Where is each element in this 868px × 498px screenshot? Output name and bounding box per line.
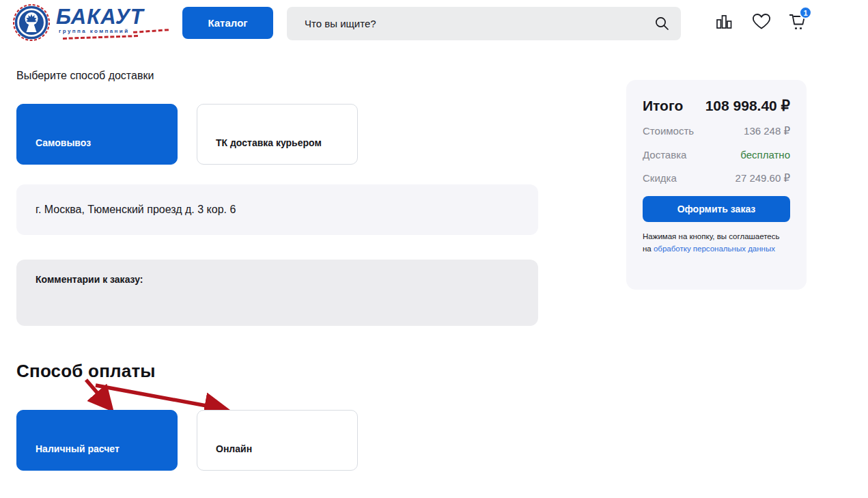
order-comments-label: Комментарии к заказу:: [36, 274, 143, 285]
favorites-heart-icon[interactable]: [751, 12, 772, 35]
checkout-page: БАКАУТ группа компаний Каталог: [0, 0, 868, 498]
summary-row-value-free: бесплатно: [740, 149, 790, 161]
logo-dash-decor: [133, 29, 169, 33]
summary-row-discount: Скидка 27 249.60 ₽: [643, 172, 790, 184]
disclaimer-line1: Нажимая на кнопку, вы соглашаетесь: [643, 232, 779, 240]
logo-icon: [12, 3, 51, 44]
delivery-address-text: г. Москва, Тюменский проезд д. 3 кор. 6: [36, 204, 236, 216]
total-value: 108 998.40 ₽: [705, 98, 790, 114]
summary-row-label: Доставка: [643, 149, 686, 161]
search-input[interactable]: [287, 7, 681, 40]
delivery-address-field[interactable]: г. Москва, Тюменский проезд д. 3 кор. 6: [16, 184, 538, 235]
disclaimer-line2-prefix: на: [643, 245, 654, 253]
logo-title: БАКАУТ: [56, 7, 169, 27]
total-label: Итого: [643, 98, 683, 114]
summary-row-delivery: Доставка бесплатно: [643, 149, 790, 161]
cart-icon[interactable]: 1: [787, 11, 807, 34]
summary-row-cost: Стоимость 136 248 ₽: [643, 125, 790, 137]
search-bar: [287, 7, 681, 40]
summary-row-label: Скидка: [643, 172, 677, 184]
logo[interactable]: БАКАУТ группа компаний: [12, 3, 169, 44]
order-comments-field[interactable]: Комментарии к заказу:: [16, 260, 538, 326]
logo-dash-decor: [63, 35, 138, 40]
delivery-section-title: Выберите способ доставки: [16, 70, 154, 82]
order-summary-card: Итого 108 998.40 ₽ Стоимость 136 248 ₽ Д…: [626, 80, 807, 290]
payment-option-online[interactable]: Онлайн: [197, 410, 358, 471]
summary-row-value: 27 249.60 ₽: [736, 172, 790, 184]
logo-subtitle: группа компаний: [59, 28, 129, 34]
logo-text: БАКАУТ группа компаний: [56, 7, 169, 38]
cart-badge: 1: [799, 6, 812, 19]
personal-data-link[interactable]: обработку персональных данных: [654, 245, 775, 253]
place-order-button[interactable]: Оформить заказ: [643, 196, 790, 222]
payment-section-title: Способ оплаты: [16, 361, 156, 382]
delivery-option-pickup[interactable]: Самовывоз: [16, 104, 178, 165]
search-icon[interactable]: [654, 15, 670, 31]
compare-icon[interactable]: [714, 12, 735, 36]
header: БАКАУТ группа компаний Каталог: [0, 0, 868, 48]
summary-row-label: Стоимость: [643, 125, 694, 137]
delivery-option-courier[interactable]: ТК доставка курьером: [197, 104, 358, 165]
catalog-button[interactable]: Каталог: [182, 7, 273, 39]
consent-disclaimer: Нажимая на кнопку, вы соглашаетесь на об…: [643, 231, 790, 255]
summary-row-value: 136 248 ₽: [744, 125, 790, 137]
payment-option-cash[interactable]: Наличный расчет: [16, 410, 178, 471]
